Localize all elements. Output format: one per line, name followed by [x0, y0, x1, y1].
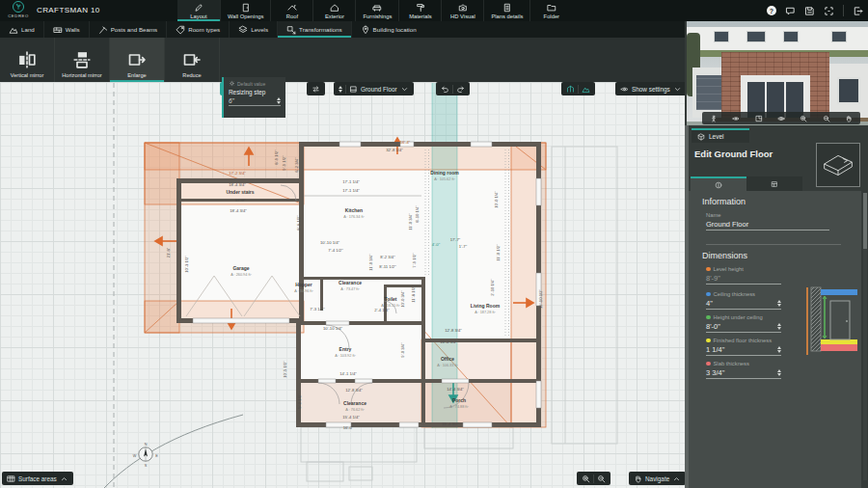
resizing-step-panel: Default value Resizing step 6"	[222, 77, 285, 118]
pan-button[interactable]	[845, 115, 853, 122]
field-stepper[interactable]	[777, 300, 781, 307]
room-label: Dining room	[430, 170, 459, 176]
menu-materials[interactable]: Materials	[398, 0, 441, 21]
chevron-up-icon	[672, 474, 681, 483]
app-window: CEDREO CRAFTSMAN 10 LayoutWall OpeningsR…	[0, 0, 868, 488]
tab-walls[interactable]: Walls	[43, 21, 89, 38]
field-stepper[interactable]	[777, 323, 781, 330]
folder-icon	[547, 3, 556, 13]
compass-w: W	[133, 454, 137, 458]
cedreo-logo-icon	[13, 1, 24, 13]
menu-wall-openings[interactable]: Wall Openings	[220, 0, 270, 21]
field-value[interactable]: 8'-0"	[706, 322, 720, 331]
tab-information[interactable]	[691, 176, 746, 191]
menu-hd-visual[interactable]: HD Visual	[441, 0, 483, 21]
cedreo-logo[interactable]: CEDREO	[4, 1, 33, 21]
floor-stepper[interactable]	[339, 86, 342, 93]
zoom-in-button[interactable]	[582, 474, 590, 483]
plan-view-button[interactable]	[755, 115, 763, 122]
field-stepper[interactable]	[777, 369, 781, 376]
view-toggle-group	[561, 82, 595, 95]
name-field[interactable]: Name Ground Floor	[706, 212, 829, 230]
chevron-up-icon	[60, 474, 68, 483]
zoom-in-button[interactable]	[800, 115, 807, 122]
undo-button[interactable]	[441, 85, 449, 94]
gear-icon	[229, 80, 235, 87]
dimension-label: 11'-0 3/4"	[408, 213, 413, 230]
floor-selector[interactable]: Ground Floor	[334, 82, 414, 95]
level-thumbnail[interactable]	[816, 143, 860, 187]
default-value-row[interactable]: Default value	[229, 80, 281, 87]
resizing-step-input[interactable]: 6"	[229, 97, 234, 104]
preview-toolbar	[702, 112, 860, 124]
walk-mode-button[interactable]	[710, 115, 718, 122]
zoom-out-button[interactable]	[597, 474, 606, 483]
field-value[interactable]: 4"	[706, 299, 713, 308]
save-button[interactable]	[804, 6, 815, 16]
menu-roof[interactable]: Roof	[270, 0, 312, 21]
field-finished-floor-thickness[interactable]: Finished floor thickness1 1/4"	[706, 338, 781, 356]
compass-n: N	[145, 443, 148, 447]
dimension-label: 11'-8 1/2"	[411, 285, 416, 303]
swap-transformation-button[interactable]	[307, 82, 325, 95]
dimension-label: 14'-4 3/4"	[447, 387, 464, 392]
dimension-label: 9'-9 1/2"	[282, 155, 286, 171]
menu-exterior[interactable]: Exterior	[312, 0, 355, 21]
field-value: 8'-9"	[706, 274, 720, 283]
preview-window	[837, 77, 860, 104]
fit-view-button[interactable]	[824, 6, 834, 16]
preview-window	[746, 31, 766, 42]
tab-building-location[interactable]: Building location	[351, 21, 425, 38]
top-right-icons: ?	[767, 0, 863, 21]
dimension-label: 8'-2 3/4"	[380, 255, 395, 259]
navigate-button[interactable]: Navigate	[629, 472, 686, 485]
camera-icon	[458, 3, 468, 13]
zoom-out-button[interactable]	[823, 115, 830, 122]
tab-levels[interactable]: Levels	[229, 21, 277, 38]
tab-section[interactable]	[746, 176, 802, 191]
room-label: Clearance	[339, 280, 362, 285]
menu-folder[interactable]: Folder	[529, 0, 572, 21]
room-area: A : 103.92 ft²	[335, 354, 356, 358]
dimension-label: 10'-10 1/4"	[320, 240, 339, 245]
tab-posts-and-beams[interactable]: Posts and Beams	[89, 21, 167, 38]
walls-view-toggle[interactable]	[566, 85, 575, 94]
tab-level[interactable]: Level	[692, 128, 749, 143]
orbit-button[interactable]	[777, 115, 785, 122]
tab-land[interactable]: Land	[0, 21, 43, 38]
field-stepper[interactable]	[777, 346, 781, 353]
show-settings-dropdown[interactable]: Show settings	[615, 82, 687, 95]
exit-button[interactable]	[853, 6, 863, 16]
tool-reduce[interactable]: Reduce	[165, 38, 220, 82]
tool-vertical-mirror[interactable]: Vertical mirror	[0, 38, 55, 82]
surface-areas-button[interactable]: Surface areas	[2, 472, 73, 485]
dimension-label: 6'-2 3/4"	[294, 157, 299, 173]
menu-plans-details[interactable]: Plans details	[483, 0, 529, 21]
field-height-under-ceiling[interactable]: Height under ceiling8'-0"	[706, 314, 781, 333]
house-icon	[330, 3, 339, 13]
tab-room-types[interactable]: Room types	[166, 21, 229, 38]
3d-preview[interactable]	[687, 21, 868, 125]
floorplan-canvas[interactable]: NSEW Under stairsGarageA : 260.94 ft²Kit…	[0, 82, 685, 488]
chevron-down-icon	[400, 85, 409, 94]
tab-transformations[interactable]: Transformations	[277, 21, 350, 38]
menu-furnishings[interactable]: Furnishings	[355, 0, 398, 21]
menu-layout[interactable]: Layout	[177, 0, 220, 21]
field-slab-thickness[interactable]: Slab thickness3 3/4"	[706, 361, 781, 379]
teal-selection-band[interactable]	[432, 83, 457, 428]
field-value[interactable]: 1 1/4"	[706, 345, 724, 354]
eye-button[interactable]	[732, 115, 740, 122]
help-button[interactable]: ?	[767, 6, 776, 15]
field-ceiling-thickness[interactable]: Ceiling thickness4"	[706, 291, 781, 310]
tool-enlarge[interactable]: Enlarge	[110, 38, 165, 82]
dimension-label: 11'-0 1/2"	[496, 244, 501, 261]
tool-horizontal-mirror[interactable]: Horizontal mirror	[55, 38, 110, 82]
dimension-label: 15'-4 3/4"	[442, 421, 459, 426]
feedback-button[interactable]	[785, 6, 796, 16]
panel-scrollbar[interactable]	[863, 193, 867, 480]
field-value[interactable]: 3 3/4"	[706, 368, 724, 377]
redo-button[interactable]	[456, 85, 465, 94]
section-icon	[771, 180, 778, 188]
land-view-toggle[interactable]	[582, 85, 590, 94]
resizing-step-stepper[interactable]	[277, 97, 281, 104]
